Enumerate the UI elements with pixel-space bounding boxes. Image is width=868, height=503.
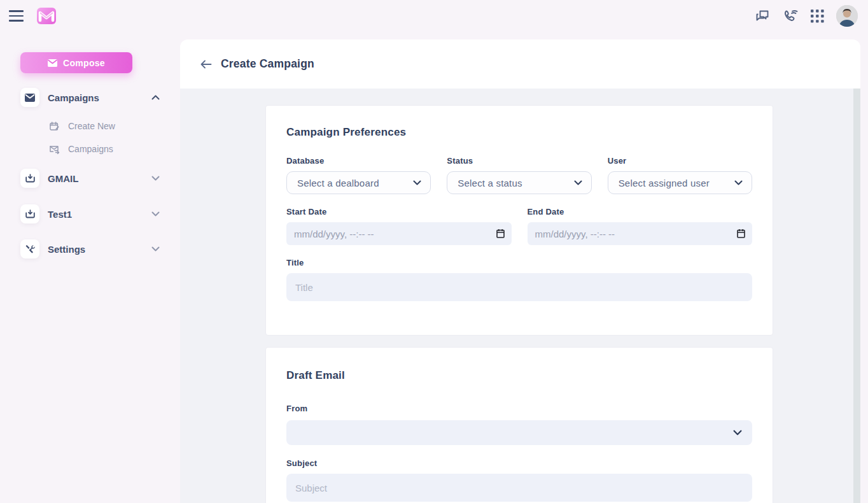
chevron-down-icon bbox=[574, 180, 582, 185]
top-bar-actions bbox=[754, 0, 858, 32]
envelope-icon bbox=[20, 88, 39, 107]
compose-label: Compose bbox=[63, 58, 105, 68]
sidebar-item-label: Campaigns bbox=[48, 92, 151, 103]
sidebar-item-label: Test1 bbox=[48, 209, 151, 220]
from-label: From bbox=[286, 404, 752, 413]
from-field: From bbox=[286, 404, 752, 445]
title-input[interactable] bbox=[286, 273, 752, 301]
tools-icon bbox=[20, 239, 39, 259]
subject-field: Subject bbox=[286, 458, 752, 502]
database-label: Database bbox=[286, 156, 431, 166]
sidebar-subitem-campaigns[interactable]: Campaigns bbox=[50, 144, 113, 154]
sidebar-item-settings[interactable]: Settings bbox=[20, 239, 160, 259]
compose-button[interactable]: Compose bbox=[20, 52, 132, 73]
user-field: User Select assigned user bbox=[608, 156, 752, 194]
inbox-tray-icon bbox=[20, 169, 39, 188]
sidebar-item-test1[interactable]: Test1 bbox=[20, 204, 160, 223]
sidebar: Compose Campaigns Create New Campaigns bbox=[0, 32, 180, 503]
start-date-label: Start Date bbox=[286, 207, 512, 216]
chevron-down-icon bbox=[734, 180, 743, 185]
chevron-up-icon bbox=[151, 93, 160, 102]
from-select[interactable] bbox=[286, 420, 752, 445]
chevron-down-icon bbox=[733, 430, 742, 436]
card-title: Campaign Preferences bbox=[286, 106, 752, 139]
main-content: Campaign Preferences Database Select a d… bbox=[180, 89, 860, 503]
chevron-down-icon bbox=[151, 209, 160, 218]
end-date-label: End Date bbox=[528, 207, 753, 216]
end-date-field: End Date bbox=[528, 207, 753, 245]
compose-envelope-icon bbox=[48, 59, 57, 67]
scrollbar[interactable] bbox=[853, 89, 860, 503]
sidebar-subitem-create-new[interactable]: Create New bbox=[50, 121, 115, 131]
chevron-down-icon bbox=[151, 244, 160, 253]
back-button[interactable] bbox=[198, 56, 214, 73]
database-select[interactable]: Select a dealboard bbox=[286, 171, 431, 194]
start-date-field: Start Date bbox=[286, 207, 512, 245]
status-select[interactable]: Select a status bbox=[447, 171, 591, 194]
app-logo-icon[interactable] bbox=[36, 6, 57, 26]
top-bar bbox=[0, 0, 868, 32]
database-select-value: Select a dealboard bbox=[297, 178, 413, 188]
status-label: Status bbox=[447, 156, 591, 166]
sidebar-subitem-label: Campaigns bbox=[68, 144, 113, 154]
date-row: Start Date End Date bbox=[286, 207, 752, 245]
avatar[interactable] bbox=[836, 5, 858, 27]
page-header: Create Campaign bbox=[180, 39, 860, 89]
status-field: Status Select a status bbox=[447, 156, 591, 194]
sidebar-item-gmail[interactable]: GMAIL bbox=[20, 169, 160, 188]
calendar-edit-icon bbox=[50, 122, 60, 131]
title-field: Title bbox=[286, 258, 752, 301]
user-select[interactable]: Select assigned user bbox=[608, 171, 752, 194]
user-label: User bbox=[608, 156, 752, 166]
envelope-send-icon bbox=[50, 145, 60, 154]
arrow-left-icon bbox=[200, 59, 212, 69]
inbox-tray-icon bbox=[20, 204, 39, 223]
chevron-down-icon bbox=[151, 174, 160, 183]
card-title: Draft Email bbox=[286, 348, 752, 382]
chat-icon[interactable] bbox=[754, 8, 771, 24]
user-select-value: Select assigned user bbox=[619, 178, 734, 188]
campaign-preferences-card: Campaign Preferences Database Select a d… bbox=[265, 105, 773, 336]
page-title: Create Campaign bbox=[221, 57, 314, 71]
sidebar-item-label: GMAIL bbox=[48, 173, 151, 184]
apps-grid-icon[interactable] bbox=[809, 8, 825, 24]
status-select-value: Select a status bbox=[458, 178, 573, 188]
start-date-input[interactable] bbox=[286, 222, 512, 245]
sidebar-item-label: Settings bbox=[48, 244, 151, 255]
menu-icon[interactable] bbox=[9, 10, 24, 22]
database-field: Database Select a dealboard bbox=[286, 156, 431, 194]
sidebar-subitem-label: Create New bbox=[68, 121, 115, 131]
select-row: Database Select a dealboard Status Selec… bbox=[286, 156, 752, 194]
draft-email-card: Draft Email From Subject bbox=[265, 347, 773, 503]
end-date-input[interactable] bbox=[528, 222, 753, 245]
calls-icon[interactable] bbox=[781, 8, 798, 24]
main-panel: Create Campaign Campaign Preferences Dat… bbox=[180, 39, 860, 503]
title-label: Title bbox=[286, 258, 752, 267]
chevron-down-icon bbox=[413, 180, 421, 185]
subject-input[interactable] bbox=[286, 474, 752, 502]
subject-label: Subject bbox=[286, 458, 752, 468]
sidebar-item-campaigns[interactable]: Campaigns bbox=[20, 88, 160, 107]
